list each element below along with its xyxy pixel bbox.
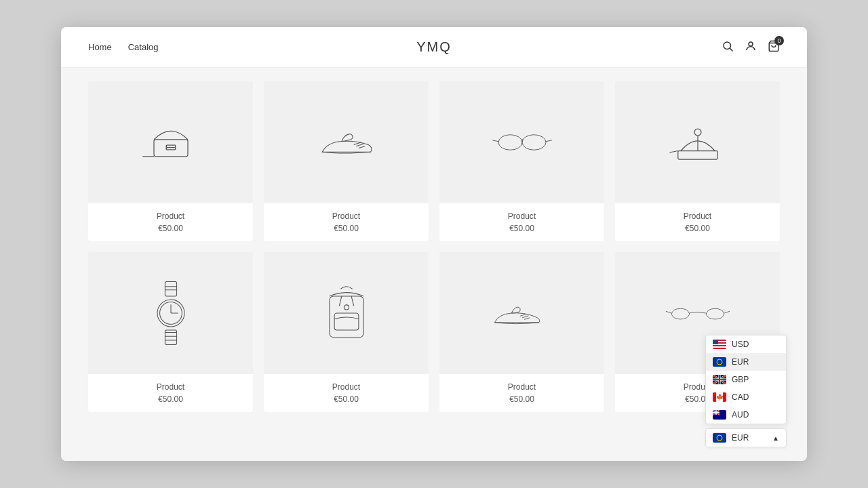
product-info: Product €50.00 [439, 203, 604, 241]
product-image [439, 81, 604, 203]
selected-currency-label: EUR [732, 433, 749, 443]
product-name: Product [448, 382, 596, 392]
currency-option-gbp[interactable]: GBP [706, 371, 786, 388]
product-grid: Product €50.00 Product [88, 81, 780, 412]
svg-line-40 [665, 311, 671, 313]
product-card[interactable]: Product €50.00 [439, 81, 604, 241]
product-image [439, 252, 604, 374]
svg-line-11 [358, 146, 364, 148]
product-info: Product €50.00 [88, 203, 253, 241]
product-info: Product €50.00 [439, 374, 604, 412]
currency-code-cad: CAD [732, 392, 749, 402]
svg-rect-33 [334, 313, 359, 330]
product-name: Product [96, 211, 245, 221]
product-name: Product [272, 382, 420, 392]
product-info: Product €50.00 [264, 374, 429, 412]
svg-text:🍁: 🍁 [716, 393, 724, 401]
product-image [88, 81, 253, 203]
product-name: Product [623, 211, 772, 221]
svg-point-0 [724, 42, 731, 49]
currency-code-gbp: GBP [732, 375, 749, 384]
product-price: €50.00 [272, 394, 420, 404]
svg-rect-17 [677, 151, 717, 160]
product-card[interactable]: Product €50.00 [439, 252, 604, 412]
main-content: Product €50.00 Product [61, 68, 807, 461]
logo: YMQ [416, 39, 452, 55]
svg-rect-45 [713, 346, 726, 348]
currency-dropdown: USD EUR [705, 335, 787, 424]
nav-home[interactable]: Home [88, 42, 112, 52]
product-card[interactable]: Product €50.00 [264, 81, 429, 241]
search-icon[interactable] [722, 40, 734, 55]
svg-point-36 [344, 305, 349, 310]
currency-option-cad[interactable]: 🍁 CAD [706, 388, 786, 406]
chevron-up-icon: ▲ [772, 434, 779, 442]
svg-line-16 [546, 140, 552, 142]
svg-line-41 [724, 311, 729, 313]
currency-code-aud: AUD [732, 410, 749, 420]
product-image [264, 81, 429, 203]
product-info: Product €50.00 [264, 203, 429, 241]
cart-icon[interactable]: 0 [768, 40, 780, 55]
product-price: €50.00 [448, 394, 596, 404]
header-icons: 0 [722, 40, 780, 55]
currency-selector: USD EUR [705, 335, 787, 447]
nav: Home Catalog [88, 42, 159, 52]
product-name: Product [448, 211, 596, 221]
product-card[interactable]: Product €50.00 [88, 252, 253, 412]
product-name: Product [96, 382, 245, 392]
product-card[interactable]: Product €50.00 [615, 81, 780, 241]
svg-line-9 [353, 142, 361, 145]
svg-line-10 [356, 144, 363, 146]
product-image [264, 252, 429, 374]
currency-code-usd: USD [732, 340, 749, 349]
svg-point-12 [498, 135, 522, 150]
product-price: €50.00 [96, 224, 245, 233]
cart-badge: 0 [774, 36, 784, 45]
svg-line-18 [669, 151, 678, 153]
svg-rect-4 [154, 140, 188, 157]
product-info: Product €50.00 [88, 374, 253, 412]
product-name: Product [272, 211, 420, 221]
svg-rect-60 [723, 392, 726, 402]
currency-code-eur: EUR [732, 357, 749, 367]
product-price: €50.00 [623, 224, 772, 233]
currency-option-usd[interactable]: USD [706, 336, 786, 353]
svg-rect-46 [713, 340, 718, 344]
product-card[interactable]: Product €50.00 [88, 81, 253, 241]
currency-option-eur[interactable]: EUR [706, 353, 786, 371]
nav-catalog[interactable]: Catalog [128, 42, 159, 52]
header: Home Catalog YMQ 0 [61, 27, 807, 68]
browser-window: Home Catalog YMQ 0 [61, 27, 807, 461]
svg-point-13 [522, 135, 546, 150]
svg-line-37 [519, 314, 526, 316]
svg-line-35 [351, 296, 354, 306]
currency-option-aud[interactable]: AUD [706, 406, 786, 424]
svg-point-19 [694, 129, 701, 136]
currency-dropdown-list[interactable]: USD EUR [706, 336, 786, 424]
svg-point-2 [749, 42, 753, 46]
svg-rect-21 [165, 282, 176, 296]
svg-line-1 [730, 48, 732, 51]
svg-rect-69 [713, 433, 726, 443]
product-price: €50.00 [448, 224, 596, 233]
svg-rect-47 [713, 357, 726, 367]
svg-line-38 [522, 316, 528, 318]
account-icon[interactable] [745, 40, 757, 55]
product-image [88, 252, 253, 374]
product-price: €50.00 [272, 224, 420, 233]
svg-line-34 [339, 296, 342, 306]
product-image [615, 81, 780, 203]
currency-button[interactable]: EUR ▲ [705, 428, 787, 447]
product-price: €50.00 [96, 394, 245, 404]
svg-line-15 [492, 140, 498, 142]
product-card[interactable]: Product €50.00 [264, 252, 429, 412]
product-info: Product €50.00 [615, 203, 780, 241]
svg-line-39 [524, 318, 530, 320]
